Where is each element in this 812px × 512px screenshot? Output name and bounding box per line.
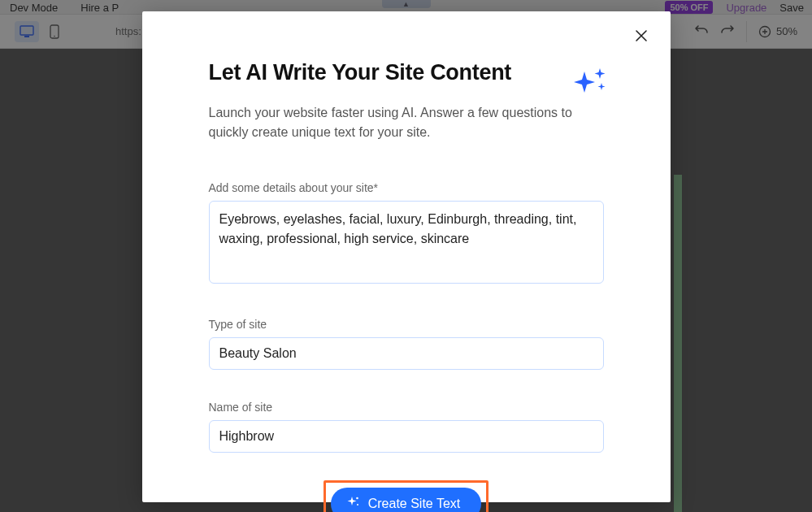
svg-point-6 xyxy=(357,504,358,505)
create-site-text-button[interactable]: Create Site Text xyxy=(331,488,482,512)
modal-description: Launch your website faster using AI. Ans… xyxy=(209,103,583,142)
cta-label: Create Site Text xyxy=(368,497,461,511)
type-label: Type of site xyxy=(209,318,604,331)
modal-title: Let AI Write Your Site Content xyxy=(209,60,604,85)
close-button[interactable] xyxy=(635,29,653,47)
close-icon xyxy=(635,29,648,42)
sparkle-icon xyxy=(573,68,607,98)
name-label: Name of site xyxy=(209,401,604,414)
site-details-input[interactable] xyxy=(209,201,604,284)
site-name-input[interactable] xyxy=(209,420,604,453)
details-label: Add some details about your site* xyxy=(209,181,604,194)
ai-content-modal: Let AI Write Your Site Content Launch yo… xyxy=(142,11,671,502)
modal-overlay: Let AI Write Your Site Content Launch yo… xyxy=(0,0,812,512)
svg-point-5 xyxy=(356,497,358,500)
site-type-input[interactable] xyxy=(209,337,604,370)
sparkle-icon xyxy=(347,496,360,512)
cta-highlight-box: Create Site Text xyxy=(323,480,489,512)
